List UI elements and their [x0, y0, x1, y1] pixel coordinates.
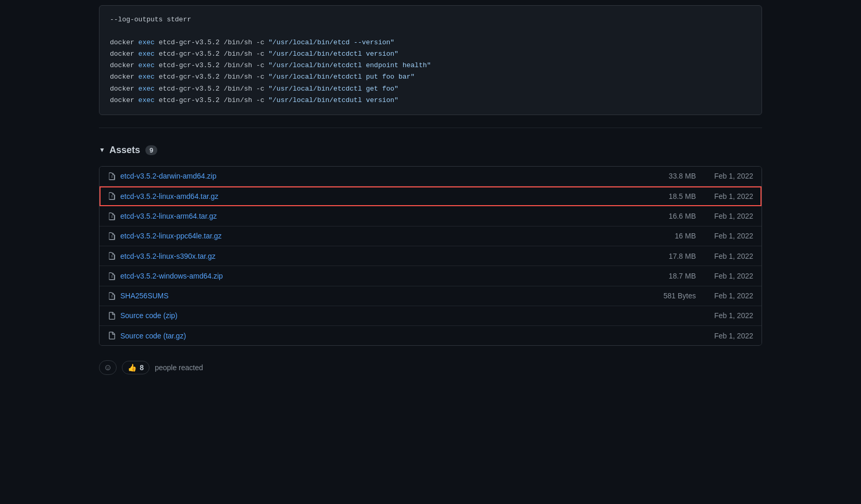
- asset-date: Feb 1, 2022: [696, 252, 753, 260]
- asset-row[interactable]: etcd-v3.5.2-linux-s390x.tar.gz17.8 MBFeb…: [99, 246, 762, 266]
- asset-size: 16.6 MB: [644, 212, 696, 220]
- reactions-text: people reacted: [155, 363, 203, 372]
- asset-row[interactable]: etcd-v3.5.2-linux-ppc64le.tar.gz16 MBFeb…: [99, 226, 762, 246]
- asset-date: Feb 1, 2022: [696, 272, 753, 280]
- asset-size: 18.5 MB: [644, 192, 696, 200]
- source-code-icon: [108, 311, 116, 320]
- chevron-down-icon: ▼: [99, 146, 105, 154]
- asset-row[interactable]: Source code (zip)Feb 1, 2022: [99, 306, 762, 326]
- asset-date: Feb 1, 2022: [696, 232, 753, 240]
- asset-name-link[interactable]: Source code (zip): [120, 311, 644, 320]
- thumbs-up-icon: 👍: [128, 363, 136, 372]
- asset-name-link[interactable]: etcd-v3.5.2-windows-amd64.zip: [120, 272, 644, 280]
- archive-icon: [108, 192, 116, 200]
- archive-icon: [108, 172, 116, 181]
- asset-row[interactable]: etcd-v3.5.2-linux-arm64.tar.gz16.6 MBFeb…: [99, 206, 762, 226]
- asset-row[interactable]: etcd-v3.5.2-linux-amd64.tar.gz18.5 MBFeb…: [99, 186, 762, 206]
- source-code-icon: [108, 331, 116, 340]
- asset-date: Feb 1, 2022: [696, 172, 753, 180]
- code-block: --log-outputs stderr docker exec etcd-gc…: [99, 5, 762, 115]
- asset-size: 581 Bytes: [644, 292, 696, 300]
- assets-list: etcd-v3.5.2-darwin-amd64.zip33.8 MBFeb 1…: [99, 166, 762, 346]
- asset-name-link[interactable]: etcd-v3.5.2-linux-ppc64le.tar.gz: [120, 232, 644, 240]
- asset-date: Feb 1, 2022: [696, 311, 753, 320]
- asset-size: 16 MB: [644, 232, 696, 240]
- archive-icon: [108, 251, 116, 260]
- assets-count-badge: 9: [145, 145, 157, 155]
- thumbs-up-count: 8: [140, 363, 144, 372]
- add-reaction-button[interactable]: ☺: [99, 360, 117, 375]
- asset-date: Feb 1, 2022: [696, 192, 753, 200]
- asset-row[interactable]: etcd-v3.5.2-darwin-amd64.zip33.8 MBFeb 1…: [99, 167, 762, 186]
- assets-section: ▼ Assets 9 etcd-v3.5.2-darwin-amd64.zip3…: [99, 138, 762, 346]
- asset-date: Feb 1, 2022: [696, 332, 753, 340]
- asset-size: 33.8 MB: [644, 172, 696, 180]
- archive-icon: [108, 292, 116, 300]
- asset-size: 18.7 MB: [644, 272, 696, 280]
- archive-icon: [108, 232, 116, 241]
- assets-header: ▼ Assets 9: [99, 138, 762, 162]
- asset-row[interactable]: Source code (tar.gz)Feb 1, 2022: [99, 326, 762, 345]
- asset-row[interactable]: SHA256SUMS581 BytesFeb 1, 2022: [99, 286, 762, 306]
- asset-name-link[interactable]: etcd-v3.5.2-linux-s390x.tar.gz: [120, 252, 644, 260]
- asset-row[interactable]: etcd-v3.5.2-windows-amd64.zip18.7 MBFeb …: [99, 266, 762, 286]
- assets-toggle[interactable]: ▼ Assets: [99, 145, 140, 156]
- asset-name-link[interactable]: etcd-v3.5.2-linux-amd64.tar.gz: [120, 192, 644, 200]
- thumbs-up-reaction-button[interactable]: 👍 8: [122, 361, 149, 374]
- smiley-icon: ☺: [104, 363, 112, 372]
- reactions-bar: ☺ 👍 8 people reacted: [99, 352, 762, 383]
- asset-name-link[interactable]: etcd-v3.5.2-linux-arm64.tar.gz: [120, 212, 644, 220]
- archive-icon: [108, 271, 116, 280]
- archive-icon: [108, 211, 116, 220]
- asset-name-link[interactable]: SHA256SUMS: [120, 292, 644, 300]
- asset-date: Feb 1, 2022: [696, 292, 753, 300]
- asset-name-link[interactable]: Source code (tar.gz): [120, 332, 644, 340]
- asset-size: 17.8 MB: [644, 252, 696, 260]
- asset-name-link[interactable]: etcd-v3.5.2-darwin-amd64.zip: [120, 172, 644, 180]
- asset-date: Feb 1, 2022: [696, 212, 753, 220]
- assets-title: Assets: [109, 145, 140, 156]
